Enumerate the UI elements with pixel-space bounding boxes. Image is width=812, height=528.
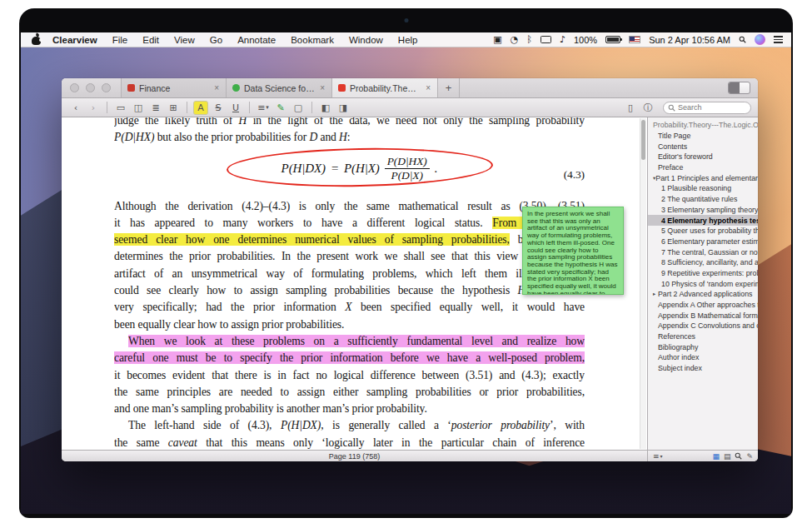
toc-item-4-elementary-hypothesis-testing[interactable]: 4 Elementary hypothesis testing xyxy=(648,215,758,226)
view-menu-icon[interactable]: ≡▾ xyxy=(256,101,271,115)
fraction-denominator: P(D|X) xyxy=(391,169,423,182)
outline-icon[interactable]: ▤ xyxy=(724,452,731,461)
continuous-scroll-icon[interactable]: ≣ xyxy=(148,101,163,115)
text-segment: ’, with xyxy=(550,419,585,431)
toc-item-1-plausible-reasoning[interactable]: 1 Plausible reasoning xyxy=(648,183,758,194)
toc-sidebar: Probability.Theory---The.Logic.Of...Titl… xyxy=(647,117,758,450)
footer-search-icon[interactable] xyxy=(735,452,742,460)
annotation-note-popup[interactable]: In the present work we shall see that th… xyxy=(522,207,624,295)
text-segment: P(D|HX) xyxy=(114,131,154,143)
toc-item-5-queer-uses-for-probability-th[interactable]: 5 Queer uses for probability th... xyxy=(648,226,758,237)
new-tab-button[interactable]: + xyxy=(438,78,460,97)
tab-close-icon[interactable]: × xyxy=(319,83,326,92)
page-grid-icon[interactable]: ⊞ xyxy=(166,101,181,115)
info-icon[interactable]: ⓘ xyxy=(640,101,655,115)
tab-close-icon[interactable]: × xyxy=(425,83,431,92)
pdf-text-line: the same principles are needed to assign… xyxy=(114,384,585,401)
toc-item-editor-s-foreword[interactable]: Editor's foreword xyxy=(648,152,758,162)
menu-go[interactable]: Go xyxy=(202,35,230,45)
search-input[interactable] xyxy=(678,103,736,112)
tab-close-icon[interactable]: × xyxy=(213,83,220,92)
toc-item-contents[interactable]: Contents xyxy=(648,141,758,152)
toc-item-6-elementary-parameter-estima[interactable]: 6 Elementary parameter estima... xyxy=(648,237,758,247)
spotlight-icon[interactable] xyxy=(739,36,746,43)
volume-icon[interactable]: ♪ xyxy=(560,34,565,45)
toc-item-title-page[interactable]: Title Page xyxy=(648,131,758,142)
pink-highlight[interactable]: When we look at these problems on a suff… xyxy=(128,335,585,347)
search-field[interactable] xyxy=(663,102,751,114)
menu-help[interactable]: Help xyxy=(391,35,426,45)
toc-item-preface[interactable]: Preface xyxy=(648,162,758,173)
panel-toggle-icon[interactable]: ▯ xyxy=(623,101,638,115)
toc-item-appendix-a-other-approaches-to[interactable]: Appendix A Other approaches to... xyxy=(648,300,758,311)
toc-item-10-physics-of-random-experim[interactable]: 10 Physics of 'random experim... xyxy=(648,278,758,289)
single-page-icon[interactable]: ▭ xyxy=(113,101,128,115)
pdf-page: judge the likely truth of H in the light… xyxy=(62,117,647,450)
siri-icon[interactable] xyxy=(755,34,765,45)
menu-file[interactable]: File xyxy=(105,35,136,45)
menu-annotate[interactable]: Annotate xyxy=(230,35,283,45)
pdf-scrollbar[interactable] xyxy=(640,118,646,449)
sidebar-right-icon[interactable]: ◨ xyxy=(336,101,351,115)
menu-view[interactable]: View xyxy=(167,35,202,45)
text-segment: the same xyxy=(114,436,168,449)
menu-edit[interactable]: Edit xyxy=(135,35,167,45)
toc-item-references[interactable]: References xyxy=(648,331,758,342)
back-icon[interactable]: ‹ xyxy=(68,101,83,115)
show-all-tabs-button[interactable] xyxy=(728,82,750,94)
toc-item-appendix-b-mathematical-formalit[interactable]: Appendix B Mathematical formalit... xyxy=(648,310,758,321)
battery-percent[interactable]: 100% xyxy=(574,35,597,45)
minimize-button[interactable] xyxy=(86,83,95,92)
toc-item-bibliography[interactable]: Bibliography xyxy=(648,341,758,352)
menu-window[interactable]: Window xyxy=(341,35,391,45)
tab-data-science-for-business[interactable]: Data Science for Business× xyxy=(227,78,332,97)
pdf-scrollbar-thumb[interactable] xyxy=(641,120,645,160)
marker-tool-icon[interactable]: ✎ xyxy=(273,101,288,115)
pink-highlight[interactable]: careful one must be to specify the prior… xyxy=(114,351,585,364)
thumbnails-icon[interactable]: ▦ xyxy=(712,452,720,461)
tab-probability-theory-the-log[interactable]: Probability.Theory---The.Log...× xyxy=(332,78,438,97)
annotation-list-icon[interactable]: ✎ xyxy=(746,452,753,461)
toc-item-probability-theory-the-logic-of[interactable]: Probability.Theory---The.Logic.Of... xyxy=(648,120,758,131)
toc-item-3-elementary-sampling-theory[interactable]: 3 Elementary sampling theory xyxy=(648,205,758,216)
toc-item-appendix-c-convolutions-and-cu[interactable]: Appendix C Convolutions and cu... xyxy=(648,321,758,331)
toolbar-separator xyxy=(107,102,107,113)
toc-item-8-sufficiency-ancillarity-and-al[interactable]: 8 Sufficiency, ancillarity, and al... xyxy=(648,257,758,268)
keyboard-flag-icon[interactable] xyxy=(629,36,640,43)
bluetooth-icon[interactable]: ᛒ xyxy=(526,34,532,45)
display-mirroring-icon[interactable] xyxy=(541,36,551,43)
status-circle-icon[interactable]: ◔ xyxy=(511,34,519,45)
strikethrough-tool-icon[interactable]: S xyxy=(211,101,226,115)
toc-item-label: Contents xyxy=(658,142,687,151)
toc-item-part-2-advanced-applications[interactable]: ▸Part 2 Advanced applications xyxy=(648,289,758,300)
toc-item-label: 10 Physics of 'random experim... xyxy=(661,280,758,288)
app-status-icon[interactable]: ▣ xyxy=(493,34,501,45)
underline-tool-icon[interactable]: U xyxy=(228,101,243,115)
toc-item-7-the-central-gaussian-or-nor[interactable]: 7 The central, Gaussian or nor... xyxy=(648,247,758,257)
facing-pages-icon[interactable]: ◫ xyxy=(131,101,146,115)
toc-item-author-index[interactable]: Author index xyxy=(648,352,758,363)
toc-item-2-the-quantitative-rules[interactable]: 2 The quantitative rules xyxy=(648,194,758,205)
menu-bookmark[interactable]: Bookmark xyxy=(283,35,341,45)
text-segment: could see clearly how to assign sampling… xyxy=(114,284,518,296)
tab-overview-light-cell xyxy=(740,82,750,93)
highlight-tool-icon[interactable]: A xyxy=(193,101,208,115)
apple-menu-icon[interactable] xyxy=(31,33,42,46)
sidebar-options-icon[interactable]: ≡▾ xyxy=(653,452,663,461)
tab-finance[interactable]: Finance× xyxy=(121,78,227,97)
text-segment: D xyxy=(309,131,317,143)
toc-item-part-1-principles-and-elementary[interactable]: ▾Part 1 Principles and elementary... xyxy=(648,172,758,183)
note-tool-icon[interactable]: ▢ xyxy=(291,101,306,115)
toc-item-subject-index[interactable]: Subject index xyxy=(648,363,758,374)
notification-center-icon[interactable] xyxy=(774,36,783,43)
menu-clock[interactable]: Sun 2 Apr 10:56 AM xyxy=(649,35,730,45)
zoom-button[interactable] xyxy=(102,83,111,92)
battery-icon[interactable] xyxy=(605,36,620,43)
equation-number: (4.3) xyxy=(564,167,585,183)
close-button[interactable] xyxy=(70,83,79,92)
sidebar-left-icon[interactable]: ◧ xyxy=(318,101,333,115)
app-menu[interactable]: Clearview xyxy=(45,35,105,45)
toc-item-9-repetitive-experiments-prob[interactable]: 9 Repetitive experiments: prob... xyxy=(648,268,758,279)
forward-icon[interactable]: › xyxy=(86,101,101,115)
yellow-highlight[interactable]: seemed clear how one determines numerica… xyxy=(114,233,510,246)
